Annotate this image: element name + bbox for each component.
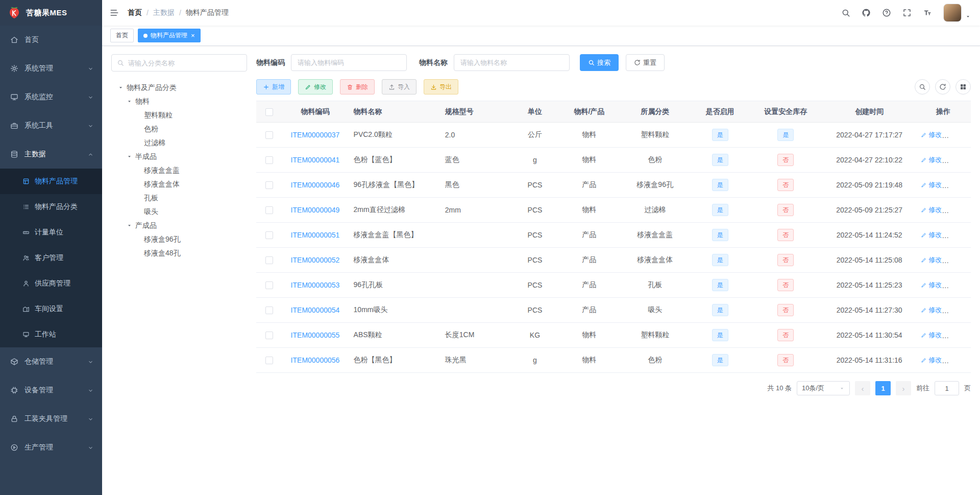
row-checkbox[interactable] [265, 156, 273, 164]
material-name-input[interactable] [454, 54, 570, 71]
tree-node-12[interactable]: 移液盒48孔 [111, 246, 247, 260]
close-icon[interactable]: × [191, 32, 195, 39]
sidebar-item-material-product-category[interactable]: 物料产品分类 [0, 194, 102, 220]
fullscreen-icon[interactable] [902, 8, 912, 17]
reset-button[interactable]: 重置 [626, 54, 665, 71]
tree-node-4[interactable]: 过滤棉 [111, 136, 247, 150]
github-icon[interactable] [862, 8, 871, 17]
delete-link[interactable]: 删除 [948, 155, 969, 164]
edit-link[interactable]: 修改 [921, 230, 942, 240]
edit-link[interactable]: 修改 [921, 331, 942, 340]
sidebar-item-system-monitor[interactable]: 系统监控 [0, 83, 102, 111]
tree-node-5[interactable]: 半成品 [111, 150, 247, 163]
sidebar-item-production-management[interactable]: 生产管理 [0, 433, 102, 462]
row-checkbox[interactable] [265, 307, 273, 314]
breadcrumb-item-0[interactable]: 首页 [128, 8, 142, 17]
page-size-select[interactable]: 10条/页 [797, 381, 850, 395]
sidebar-item-supplier-management[interactable]: 供应商管理 [0, 271, 102, 296]
edit-link[interactable]: 修改 [921, 255, 942, 265]
tree-node-6[interactable]: 移液盒盒盖 [111, 163, 247, 177]
edit-link[interactable]: 修改 [921, 356, 942, 365]
search-button[interactable]: 搜索 [580, 54, 619, 71]
font-size-icon[interactable] [923, 8, 932, 17]
sidebar-item-customer-management[interactable]: 客户管理 [0, 245, 102, 271]
material-code-link[interactable]: ITEM00000049 [291, 206, 340, 214]
tree-node-1[interactable]: 物料 [111, 95, 247, 108]
row-checkbox[interactable] [265, 206, 273, 214]
sidebar-item-workshop-settings[interactable]: 车间设置 [0, 296, 102, 322]
tree-node-3[interactable]: 色粉 [111, 122, 247, 136]
material-code-input[interactable] [291, 54, 407, 71]
search-icon[interactable] [841, 8, 850, 17]
sidebar-item-warehouse-management[interactable]: 仓储管理 [0, 347, 102, 376]
tree-node-0[interactable]: 物料及产品分类 [111, 81, 247, 95]
material-code-link[interactable]: ITEM00000041 [291, 156, 340, 164]
row-checkbox[interactable] [265, 256, 273, 264]
delete-link[interactable]: 删除 [948, 130, 969, 139]
edit-link[interactable]: 修改 [921, 155, 942, 164]
avatar[interactable] [943, 4, 962, 22]
material-code-link[interactable]: ITEM00000054 [291, 306, 340, 314]
tree-node-10[interactable]: 产成品 [111, 219, 247, 232]
sidebar-item-system-management[interactable]: 系统管理 [0, 54, 102, 83]
import-button[interactable]: 导入 [382, 79, 416, 95]
user-menu[interactable] [943, 4, 971, 22]
select-all-checkbox[interactable] [265, 108, 273, 116]
edit-link[interactable]: 修改 [921, 205, 942, 215]
row-checkbox[interactable] [265, 231, 273, 239]
delete-link[interactable]: 删除 [948, 331, 969, 340]
goto-page-input[interactable] [935, 381, 959, 395]
row-checkbox[interactable] [265, 332, 273, 339]
material-code-link[interactable]: ITEM00000053 [291, 281, 340, 289]
tab-0[interactable]: 首页 [110, 29, 134, 42]
material-code-link[interactable]: ITEM00000037 [291, 131, 340, 139]
delete-link[interactable]: 删除 [948, 180, 969, 190]
tree-node-11[interactable]: 移液盒96孔 [111, 232, 247, 246]
help-icon[interactable] [882, 8, 891, 17]
sidebar-item-master-data[interactable]: 主数据 [0, 140, 102, 169]
tree-node-9[interactable]: 吸头 [111, 205, 247, 219]
material-code-link[interactable]: ITEM00000052 [291, 256, 340, 264]
sidebar-item-equipment-management[interactable]: 设备管理 [0, 376, 102, 405]
row-checkbox[interactable] [265, 131, 273, 139]
row-checkbox[interactable] [265, 281, 273, 289]
edit-link[interactable]: 修改 [921, 130, 942, 139]
breadcrumb-item-1[interactable]: 主数据 [153, 8, 175, 17]
material-code-link[interactable]: ITEM00000055 [291, 331, 340, 339]
delete-link[interactable]: 删除 [948, 205, 969, 215]
material-code-link[interactable]: ITEM00000051 [291, 231, 340, 239]
tree-node-7[interactable]: 移液盒盒体 [111, 177, 247, 191]
row-checkbox[interactable] [265, 181, 273, 189]
sidebar-item-material-product-management[interactable]: 物料产品管理 [0, 169, 102, 194]
breadcrumb-item-2[interactable]: 物料产品管理 [186, 8, 229, 17]
sidebar-item-home[interactable]: 首页 [0, 26, 102, 54]
edit-link[interactable]: 修改 [921, 280, 942, 290]
delete-link[interactable]: 删除 [948, 305, 969, 315]
add-button[interactable]: 新增 [256, 79, 291, 95]
edit-button[interactable]: 修改 [298, 79, 333, 95]
columns-button[interactable] [955, 79, 971, 95]
tree-node-8[interactable]: 孔板 [111, 191, 247, 205]
tab-1[interactable]: 物料产品管理× [138, 29, 201, 42]
sidebar-item-system-tools[interactable]: 系统工具 [0, 111, 102, 140]
edit-link[interactable]: 修改 [921, 305, 942, 315]
toggle-search-button[interactable] [915, 79, 930, 95]
row-checkbox[interactable] [265, 357, 273, 364]
app-logo[interactable]: 苦糖果MES [0, 0, 102, 26]
material-code-link[interactable]: ITEM00000056 [291, 356, 340, 364]
delete-link[interactable]: 删除 [948, 356, 969, 365]
edit-link[interactable]: 修改 [921, 180, 942, 190]
delete-link[interactable]: 删除 [948, 280, 969, 290]
material-code-link[interactable]: ITEM00000046 [291, 181, 340, 189]
sidebar-item-fixture-management[interactable]: 工装夹具管理 [0, 405, 102, 433]
sidebar-item-workstation[interactable]: 工作站 [0, 322, 102, 347]
prev-page-button[interactable]: ‹ [855, 381, 870, 395]
delete-button[interactable]: 删除 [340, 79, 375, 95]
delete-link[interactable]: 删除 [948, 255, 969, 265]
tree-node-2[interactable]: 塑料颗粒 [111, 108, 247, 122]
next-page-button[interactable]: › [896, 381, 911, 395]
hamburger-icon[interactable] [109, 8, 119, 18]
export-button[interactable]: 导出 [424, 79, 458, 95]
page-button-1[interactable]: 1 [875, 381, 891, 395]
refresh-button[interactable] [935, 79, 950, 95]
